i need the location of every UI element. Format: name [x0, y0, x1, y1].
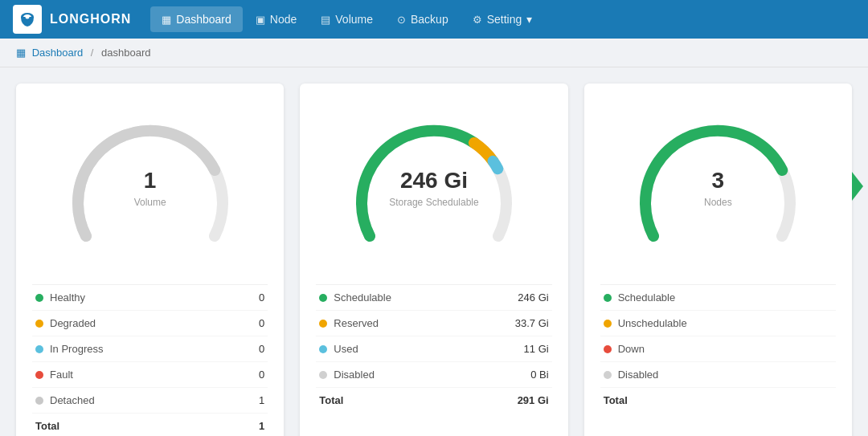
nav-dashboard[interactable]: ▦ Dashboard — [150, 6, 243, 32]
nodes-card: 3 Nodes Schedulable Unschedulable Down — [584, 84, 852, 436]
nav-backup-label: Backup — [411, 13, 448, 26]
header: LONGHORN ▦ Dashboard ▣ Node ▤ Volume ⊙ B… — [0, 0, 868, 39]
reserved-label: Reserved — [334, 317, 514, 329]
disabled-label: Disabled — [334, 369, 530, 381]
card-arrow-indicator — [852, 172, 863, 201]
breadcrumb-home[interactable]: Dashboard — [32, 47, 84, 59]
main-content: 1 Volume Healthy 0 Degraded 0 In Progres… — [0, 67, 868, 436]
inprogress-dot — [35, 345, 43, 353]
fault-value: 0 — [259, 369, 264, 381]
svg-point-2 — [26, 15, 30, 19]
fault-label: Fault — [50, 369, 259, 381]
inprogress-label: In Progress — [50, 343, 259, 355]
degraded-label: Degraded — [50, 317, 259, 329]
used-value: 11 Gi — [524, 343, 549, 355]
stats-row-inprogress: In Progress 0 — [32, 336, 268, 362]
fault-dot — [35, 371, 43, 379]
storage-stats-table: Schedulable 246 Gi Reserved 33.7 Gi Used… — [316, 284, 551, 413]
storage-total-label: Total — [319, 394, 517, 406]
nodes-disabled-label: Disabled — [618, 369, 833, 381]
stats-row-disabled: Disabled 0 Bi — [316, 362, 551, 388]
storage-total-row: Total 291 Gi — [316, 388, 551, 413]
nodes-unschedulable-label: Unschedulable — [618, 317, 833, 329]
nodes-down-label: Down — [618, 343, 833, 355]
used-dot — [319, 345, 327, 353]
volume-gauge-value: 1 — [134, 168, 166, 194]
nodes-disabled-dot — [604, 371, 612, 379]
breadcrumb-current: dashboard — [101, 47, 150, 59]
healthy-label: Healthy — [50, 291, 259, 304]
healthy-value: 0 — [259, 291, 264, 304]
detached-label: Detached — [50, 394, 259, 406]
storage-gauge-value: 246 Gi — [389, 168, 478, 194]
nodes-gauge-center: 3 Nodes — [704, 168, 732, 208]
nodes-gauge-label: Nodes — [704, 197, 732, 208]
storage-gauge-container: 246 Gi Storage Schedulable — [316, 100, 551, 276]
nav-volume-label: Volume — [335, 13, 373, 26]
nodes-stats-row-down: Down — [600, 336, 836, 362]
breadcrumb-icon: ▦ — [16, 47, 26, 59]
stats-row-schedulable: Schedulable 246 Gi — [316, 285, 551, 311]
nodes-schedulable-label: Schedulable — [618, 291, 833, 304]
reserved-dot — [319, 320, 327, 328]
schedulable-value: 246 Gi — [518, 291, 548, 304]
stats-row-degraded: Degraded 0 — [32, 311, 268, 336]
nav-setting[interactable]: ⚙ Setting ▾ — [461, 6, 544, 32]
setting-nav-icon: ⚙ — [473, 14, 482, 26]
stats-row-used: Used 11 Gi — [316, 336, 551, 362]
volume-total-label: Total — [35, 420, 259, 432]
nodes-down-dot — [604, 345, 612, 353]
nodes-stats-table: Schedulable Unschedulable Down Disabled … — [600, 284, 836, 413]
main-nav: ▦ Dashboard ▣ Node ▤ Volume ⊙ Backup ⚙ S… — [150, 6, 543, 32]
nodes-stats-row-disabled: Disabled — [600, 362, 836, 388]
volume-gauge-container: 1 Volume — [32, 100, 268, 276]
schedulable-dot — [319, 294, 327, 302]
nodes-total-row: Total — [600, 388, 836, 413]
nodes-gauge-value: 3 — [704, 168, 732, 194]
nodes-schedulable-dot — [604, 294, 612, 302]
logo-text: LONGHORN — [50, 12, 131, 26]
nodes-total-label: Total — [604, 394, 833, 406]
degraded-value: 0 — [259, 317, 264, 329]
schedulable-label: Schedulable — [334, 291, 518, 304]
degraded-dot — [35, 320, 43, 328]
volume-card: 1 Volume Healthy 0 Degraded 0 In Progres… — [16, 84, 284, 436]
healthy-dot — [35, 294, 43, 302]
stats-row-fault: Fault 0 — [32, 362, 268, 388]
stats-row-reserved: Reserved 33.7 Gi — [316, 311, 551, 336]
nav-backup[interactable]: ⊙ Backup — [386, 6, 460, 32]
stats-row-detached: Detached 1 — [32, 388, 268, 414]
detached-dot — [35, 397, 43, 405]
breadcrumb-separator: / — [91, 47, 94, 59]
volume-gauge-center: 1 Volume — [134, 168, 166, 208]
storage-card: 246 Gi Storage Schedulable Schedulable 2… — [300, 84, 567, 436]
volume-total-row: Total 1 — [32, 414, 268, 436]
volume-nav-icon: ▤ — [321, 14, 330, 26]
backup-nav-icon: ⊙ — [397, 14, 406, 26]
reserved-value: 33.7 Gi — [515, 317, 549, 329]
nav-node[interactable]: ▣ Node — [244, 6, 308, 32]
nodes-stats-row-unschedulable: Unschedulable — [600, 311, 836, 336]
nav-node-label: Node — [270, 13, 297, 26]
storage-gauge-label: Storage Schedulable — [389, 197, 478, 208]
nodes-stats-row-schedulable: Schedulable — [600, 285, 836, 311]
dashboard-nav-icon: ▦ — [162, 14, 171, 26]
nodes-unschedulable-dot — [604, 320, 612, 328]
breadcrumb: ▦ Dashboard / dashboard — [0, 39, 868, 67]
nav-dashboard-label: Dashboard — [176, 13, 231, 26]
disabled-dot — [319, 371, 327, 379]
nav-volume[interactable]: ▤ Volume — [309, 6, 384, 32]
volume-stats-table: Healthy 0 Degraded 0 In Progress 0 Fault… — [32, 284, 268, 436]
volume-total-value: 1 — [259, 420, 264, 432]
logo-icon — [13, 5, 42, 34]
storage-total-value: 291 Gi — [518, 394, 549, 406]
stats-row-healthy: Healthy 0 — [32, 285, 268, 311]
volume-gauge-label: Volume — [134, 197, 166, 208]
used-label: Used — [334, 343, 523, 355]
inprogress-value: 0 — [259, 343, 264, 355]
detached-value: 1 — [259, 394, 264, 406]
setting-dropdown-icon: ▾ — [526, 13, 532, 26]
nodes-gauge-container: 3 Nodes — [600, 100, 836, 276]
node-nav-icon: ▣ — [256, 14, 265, 26]
nav-setting-label: Setting — [487, 13, 522, 26]
